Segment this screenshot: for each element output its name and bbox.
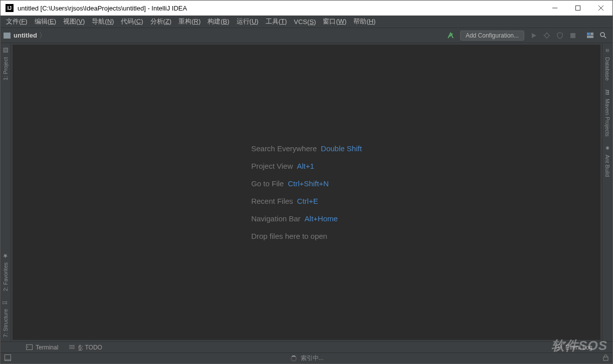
spinner-icon <box>291 355 297 361</box>
event-log-icon <box>555 344 562 351</box>
status-text: 索引中... <box>301 354 324 362</box>
app-window: IJ untitled [C:\Users\rjsos\IdeaProjects… <box>0 0 613 364</box>
hint-recent-files: Recent FilesCtrl+E <box>251 197 362 205</box>
svg-rect-24 <box>5 359 11 361</box>
project-structure-icon[interactable] <box>584 30 595 41</box>
toolwindow-maven[interactable]: m Maven Projects <box>603 85 612 141</box>
close-icon <box>598 6 603 11</box>
chevron-right-icon: 〉 <box>39 31 46 40</box>
minimize-button[interactable] <box>543 1 566 16</box>
toolwindow-structure[interactable]: 7: Structure ⠿ <box>1 295 10 341</box>
maven-icon: m <box>604 89 611 96</box>
structure-icon: ⠿ <box>2 299 9 306</box>
svg-rect-13 <box>590 33 593 35</box>
hint-project-view: Project ViewAlt+1 <box>251 162 362 170</box>
menu-edit[interactable]: 编辑(E) <box>31 16 60 28</box>
close-button[interactable] <box>589 1 612 16</box>
add-configuration-button[interactable]: Add Configuration... <box>460 31 524 41</box>
svg-rect-25 <box>603 357 608 360</box>
titlebar: IJ untitled [C:\Users\rjsos\IdeaProjects… <box>1 1 612 16</box>
maximize-button[interactable] <box>566 1 589 16</box>
svg-rect-12 <box>587 33 590 35</box>
menubar: 文件(F) 编辑(E) 视图(V) 导航(N) 代码(C) 分析(Z) 重构(R… <box>1 16 612 28</box>
menu-code[interactable]: 代码(C) <box>117 16 146 28</box>
app-icon: IJ <box>6 4 14 12</box>
coverage-icon[interactable] <box>554 30 565 41</box>
main-body: 1: Project ▤ 2: Favorites ★ 7: Structure… <box>1 43 612 341</box>
right-tool-strip: ≡ Database m Maven Projects ✷ Ant Build <box>602 43 612 341</box>
svg-rect-17 <box>26 345 32 350</box>
todo-icon <box>68 344 75 351</box>
toolwindow-database[interactable]: ≡ Database <box>603 43 612 85</box>
svg-point-15 <box>600 33 604 37</box>
toolwindow-ant[interactable]: ✷ Ant Build <box>603 141 612 181</box>
maximize-icon <box>575 6 580 11</box>
welcome-hints: Search EverywhereDouble Shift Project Vi… <box>251 144 362 240</box>
hint-go-to-file: Go to FileCtrl+Shift+N <box>251 179 362 188</box>
hint-drop-files: Drop files here to open <box>251 232 362 240</box>
hint-navigation-bar: Navigation BarAlt+Home <box>251 214 362 223</box>
menu-tools[interactable]: 工具(T) <box>262 16 291 28</box>
toolwindow-project[interactable]: 1: Project ▤ <box>1 43 10 84</box>
hint-search-everywhere: Search EverywhereDouble Shift <box>251 144 362 153</box>
navigation-bar: untitled 〉 Add Configuration... <box>1 28 612 43</box>
toolwindow-event-log[interactable]: Event Log <box>550 343 597 352</box>
search-everywhere-icon[interactable] <box>597 30 608 41</box>
menu-help[interactable]: 帮助(H) <box>350 16 379 28</box>
editor-area[interactable]: Search EverywhereDouble Shift Project Vi… <box>13 45 600 340</box>
stop-icon[interactable] <box>567 30 578 41</box>
toolwindow-favorites[interactable]: 2: Favorites ★ <box>1 248 10 295</box>
toolwindow-todo[interactable]: 6: TODO <box>63 343 107 352</box>
folder-icon <box>4 33 11 39</box>
svg-point-6 <box>545 34 549 38</box>
menu-vcs[interactable]: VCS(S) <box>290 17 319 27</box>
build-icon[interactable] <box>445 30 456 41</box>
run-icon[interactable] <box>528 30 539 41</box>
minimize-icon <box>552 6 557 11</box>
menu-window[interactable]: 窗口(W) <box>319 16 350 28</box>
left-tool-strip: 1: Project ▤ 2: Favorites ★ 7: Structure… <box>1 43 11 341</box>
menu-file[interactable]: 文件(F) <box>3 16 31 28</box>
window-title: untitled [C:\Users\rjsos\IdeaProjects\un… <box>18 5 543 12</box>
menu-refactor[interactable]: 重构(R) <box>175 16 204 28</box>
debug-icon[interactable] <box>541 30 552 41</box>
terminal-icon <box>26 344 33 351</box>
svg-line-16 <box>604 36 606 38</box>
svg-rect-11 <box>570 33 575 38</box>
breadcrumb[interactable]: untitled <box>14 32 37 39</box>
toolwindow-terminal[interactable]: Terminal <box>21 343 63 352</box>
menu-navigate[interactable]: 导航(N) <box>88 16 117 28</box>
svg-point-22 <box>558 346 560 348</box>
toolwindows-toggle-icon[interactable] <box>5 354 11 362</box>
menu-view[interactable]: 视图(V) <box>60 16 88 28</box>
menu-build[interactable]: 构建(B) <box>204 16 233 28</box>
folder-icon: ▤ <box>2 47 9 54</box>
lock-icon[interactable] <box>603 354 608 362</box>
menu-analyze[interactable]: 分析(Z) <box>147 16 175 28</box>
svg-rect-1 <box>576 6 580 11</box>
ant-icon: ✷ <box>604 145 611 152</box>
star-icon: ★ <box>2 252 9 259</box>
svg-rect-14 <box>587 36 593 38</box>
menu-run[interactable]: 运行(U) <box>233 16 262 28</box>
bottom-tool-tabs: Terminal 6: TODO Event Log <box>1 341 612 352</box>
status-bar: 索引中... <box>1 352 612 363</box>
database-icon: ≡ <box>604 47 611 54</box>
svg-marker-5 <box>532 33 536 38</box>
